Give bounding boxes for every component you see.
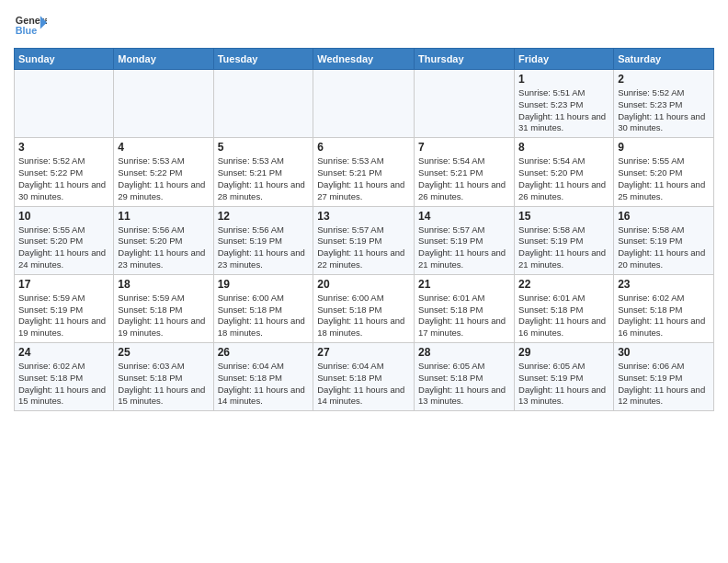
- day-info: Sunrise: 6:02 AMSunset: 5:18 PMDaylight:…: [18, 361, 109, 408]
- calendar-cell: 29Sunrise: 6:05 AMSunset: 5:19 PMDayligh…: [515, 343, 614, 411]
- day-header-thursday: Thursday: [415, 49, 515, 70]
- day-info: Sunrise: 5:52 AMSunset: 5:23 PMDaylight:…: [618, 87, 710, 134]
- calendar-cell: [114, 70, 213, 138]
- day-info: Sunrise: 6:01 AMSunset: 5:18 PMDaylight:…: [518, 293, 609, 339]
- calendar-week-3: 10Sunrise: 5:55 AMSunset: 5:20 PMDayligh…: [15, 206, 714, 274]
- day-info: Sunrise: 5:54 AMSunset: 5:20 PMDaylight:…: [518, 155, 609, 202]
- day-info: Sunrise: 5:51 AMSunset: 5:23 PMDaylight:…: [518, 87, 609, 134]
- day-info: Sunrise: 5:53 AMSunset: 5:21 PMDaylight:…: [218, 155, 310, 202]
- calendar-week-1: 1Sunrise: 5:51 AMSunset: 5:23 PMDaylight…: [15, 70, 714, 138]
- calendar-cell: 19Sunrise: 6:00 AMSunset: 5:18 PMDayligh…: [213, 274, 313, 342]
- calendar-cell: 3Sunrise: 5:52 AMSunset: 5:22 PMDaylight…: [15, 138, 114, 206]
- calendar-cell: 4Sunrise: 5:53 AMSunset: 5:22 PMDaylight…: [114, 138, 213, 206]
- calendar-cell: 12Sunrise: 5:56 AMSunset: 5:19 PMDayligh…: [213, 206, 313, 274]
- calendar-cell: 6Sunrise: 5:53 AMSunset: 5:21 PMDaylight…: [313, 138, 415, 206]
- day-info: Sunrise: 5:57 AMSunset: 5:19 PMDaylight:…: [418, 224, 510, 271]
- day-number: 11: [118, 210, 209, 223]
- calendar-header: SundayMondayTuesdayWednesdayThursdayFrid…: [15, 49, 714, 70]
- header-row: SundayMondayTuesdayWednesdayThursdayFrid…: [15, 49, 714, 70]
- calendar-cell: 24Sunrise: 6:02 AMSunset: 5:18 PMDayligh…: [15, 343, 114, 411]
- calendar-cell: 14Sunrise: 5:57 AMSunset: 5:19 PMDayligh…: [415, 206, 515, 274]
- calendar-cell: 2Sunrise: 5:52 AMSunset: 5:23 PMDaylight…: [614, 70, 714, 138]
- day-number: 22: [518, 278, 609, 291]
- day-number: 10: [18, 210, 109, 223]
- day-number: 19: [218, 278, 310, 291]
- calendar-table: SundayMondayTuesdayWednesdayThursdayFrid…: [14, 48, 714, 411]
- day-info: Sunrise: 6:03 AMSunset: 5:18 PMDaylight:…: [118, 361, 209, 408]
- calendar-cell: 9Sunrise: 5:55 AMSunset: 5:20 PMDaylight…: [614, 138, 714, 206]
- calendar-cell: 13Sunrise: 5:57 AMSunset: 5:19 PMDayligh…: [313, 206, 415, 274]
- day-number: 2: [618, 73, 710, 86]
- day-info: Sunrise: 5:53 AMSunset: 5:22 PMDaylight:…: [118, 155, 209, 202]
- day-info: Sunrise: 5:58 AMSunset: 5:19 PMDaylight:…: [618, 224, 710, 271]
- calendar-cell: 28Sunrise: 6:05 AMSunset: 5:18 PMDayligh…: [415, 343, 515, 411]
- day-number: 12: [218, 210, 310, 223]
- calendar-cell: 8Sunrise: 5:54 AMSunset: 5:20 PMDaylight…: [515, 138, 614, 206]
- day-info: Sunrise: 6:05 AMSunset: 5:18 PMDaylight:…: [418, 361, 510, 408]
- day-header-monday: Monday: [114, 49, 213, 70]
- day-number: 4: [118, 141, 209, 154]
- day-info: Sunrise: 5:58 AMSunset: 5:19 PMDaylight:…: [518, 224, 609, 271]
- day-info: Sunrise: 5:55 AMSunset: 5:20 PMDaylight:…: [618, 155, 710, 202]
- day-info: Sunrise: 5:53 AMSunset: 5:21 PMDaylight:…: [317, 155, 410, 202]
- day-info: Sunrise: 5:56 AMSunset: 5:20 PMDaylight:…: [118, 224, 209, 271]
- day-info: Sunrise: 6:05 AMSunset: 5:19 PMDaylight:…: [518, 361, 609, 408]
- day-number: 21: [418, 278, 510, 291]
- calendar-cell: 23Sunrise: 6:02 AMSunset: 5:18 PMDayligh…: [614, 274, 714, 342]
- day-number: 18: [118, 278, 209, 291]
- calendar-cell: 16Sunrise: 5:58 AMSunset: 5:19 PMDayligh…: [614, 206, 714, 274]
- day-info: Sunrise: 6:02 AMSunset: 5:18 PMDaylight:…: [618, 293, 710, 339]
- day-info: Sunrise: 6:06 AMSunset: 5:19 PMDaylight:…: [618, 361, 710, 408]
- day-number: 24: [18, 346, 109, 359]
- day-info: Sunrise: 5:56 AMSunset: 5:19 PMDaylight:…: [218, 224, 310, 271]
- day-number: 8: [518, 141, 609, 154]
- day-number: 1: [518, 73, 609, 86]
- calendar-cell: 25Sunrise: 6:03 AMSunset: 5:18 PMDayligh…: [114, 343, 213, 411]
- day-info: Sunrise: 6:00 AMSunset: 5:18 PMDaylight:…: [317, 293, 410, 339]
- day-number: 3: [18, 141, 109, 154]
- day-number: 5: [218, 141, 310, 154]
- calendar-cell: 26Sunrise: 6:04 AMSunset: 5:18 PMDayligh…: [213, 343, 313, 411]
- calendar-cell: [313, 70, 415, 138]
- calendar-body: 1Sunrise: 5:51 AMSunset: 5:23 PMDaylight…: [15, 70, 714, 411]
- calendar-cell: [15, 70, 114, 138]
- day-header-tuesday: Tuesday: [213, 49, 313, 70]
- calendar-cell: [213, 70, 313, 138]
- calendar-week-4: 17Sunrise: 5:59 AMSunset: 5:19 PMDayligh…: [15, 274, 714, 342]
- calendar-cell: 11Sunrise: 5:56 AMSunset: 5:20 PMDayligh…: [114, 206, 213, 274]
- day-number: 6: [317, 141, 410, 154]
- calendar-cell: 5Sunrise: 5:53 AMSunset: 5:21 PMDaylight…: [213, 138, 313, 206]
- day-info: Sunrise: 6:04 AMSunset: 5:18 PMDaylight:…: [218, 361, 310, 408]
- day-number: 20: [317, 278, 410, 291]
- day-number: 17: [18, 278, 109, 291]
- day-number: 23: [618, 278, 710, 291]
- calendar-cell: 7Sunrise: 5:54 AMSunset: 5:21 PMDaylight…: [415, 138, 515, 206]
- day-info: Sunrise: 5:55 AMSunset: 5:20 PMDaylight:…: [18, 224, 109, 271]
- calendar-cell: [415, 70, 515, 138]
- day-number: 7: [418, 141, 510, 154]
- day-number: 15: [518, 210, 609, 223]
- day-info: Sunrise: 5:57 AMSunset: 5:19 PMDaylight:…: [317, 224, 410, 271]
- calendar-week-2: 3Sunrise: 5:52 AMSunset: 5:22 PMDaylight…: [15, 138, 714, 206]
- day-number: 25: [118, 346, 209, 359]
- calendar-cell: 10Sunrise: 5:55 AMSunset: 5:20 PMDayligh…: [15, 206, 114, 274]
- day-info: Sunrise: 5:54 AMSunset: 5:21 PMDaylight:…: [418, 155, 510, 202]
- day-header-saturday: Saturday: [614, 49, 714, 70]
- calendar-cell: 21Sunrise: 6:01 AMSunset: 5:18 PMDayligh…: [415, 274, 515, 342]
- calendar-cell: 20Sunrise: 6:00 AMSunset: 5:18 PMDayligh…: [313, 274, 415, 342]
- day-number: 9: [618, 141, 710, 154]
- day-header-sunday: Sunday: [15, 49, 114, 70]
- day-number: 29: [518, 346, 609, 359]
- page-header: General Blue: [14, 9, 714, 42]
- day-number: 13: [317, 210, 410, 223]
- day-number: 14: [418, 210, 510, 223]
- calendar-week-5: 24Sunrise: 6:02 AMSunset: 5:18 PMDayligh…: [15, 343, 714, 411]
- day-header-wednesday: Wednesday: [313, 49, 415, 70]
- logo: General Blue: [14, 9, 47, 42]
- day-info: Sunrise: 6:01 AMSunset: 5:18 PMDaylight:…: [418, 293, 510, 339]
- svg-text:Blue: Blue: [16, 25, 37, 36]
- calendar-cell: 18Sunrise: 5:59 AMSunset: 5:18 PMDayligh…: [114, 274, 213, 342]
- day-number: 26: [218, 346, 310, 359]
- day-number: 30: [618, 346, 710, 359]
- calendar-cell: 17Sunrise: 5:59 AMSunset: 5:19 PMDayligh…: [15, 274, 114, 342]
